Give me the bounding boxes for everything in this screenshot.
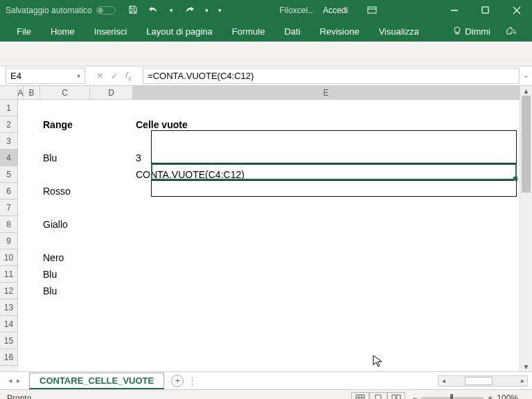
formula-input[interactable]: =CONTA.VUOTE(C4:C12) ⌄	[143, 68, 520, 84]
zoom-level[interactable]: 100%	[497, 393, 518, 400]
minimize-button[interactable]	[438, 0, 470, 21]
normal-view-button[interactable]	[351, 392, 369, 400]
col-head-A[interactable]: A	[18, 86, 24, 100]
maximize-button[interactable]	[470, 0, 501, 21]
cell-C10[interactable]: Nero	[40, 249, 90, 266]
row-head-15[interactable]: 15	[0, 332, 18, 349]
zoom-controls: − + 100%	[405, 393, 525, 400]
col-head-D[interactable]: D	[90, 86, 133, 100]
column-headers: A B C D E	[18, 86, 520, 100]
close-button[interactable]	[501, 0, 532, 21]
cell-C8[interactable]: Giallo	[40, 216, 90, 233]
scroll-down-icon[interactable]: ▼	[520, 362, 532, 371]
svg-rect-3	[356, 395, 364, 400]
signin-link[interactable]: Accedi	[323, 6, 348, 15]
row-head-2[interactable]: 2	[0, 116, 18, 133]
scroll-up-icon[interactable]: ▲	[520, 86, 532, 96]
formula-bar: E4 ▾ ✕ ✓ fx =CONTA.VUOTE(C4:C12) ⌄	[0, 66, 532, 86]
row-head-7[interactable]: 7	[0, 200, 18, 216]
row-head-9[interactable]: 9	[0, 233, 18, 249]
sheet-tab-bar: ◂▸ CONTARE_CELLE_VUOTE + ⋮ ◂ ▸	[0, 371, 532, 389]
row-head-13[interactable]: 13	[0, 299, 18, 316]
tab-dati[interactable]: Dati	[274, 22, 310, 41]
ribbon-display-icon[interactable]	[356, 0, 387, 21]
autosave-toggle[interactable]: Salvataggio automatico	[0, 6, 121, 15]
zoom-in-button[interactable]: +	[488, 393, 493, 400]
tab-home[interactable]: Home	[41, 22, 85, 41]
save-icon[interactable]	[128, 5, 138, 17]
tab-file[interactable]: File	[7, 22, 41, 41]
qat-customize-icon[interactable]: ▾	[218, 7, 222, 14]
sheet-tab[interactable]: CONTARE_CELLE_VUOTE	[29, 373, 164, 389]
document-title: Filoxcel...	[280, 6, 315, 15]
select-all-corner[interactable]	[0, 86, 18, 100]
row-head-8[interactable]: 8	[0, 216, 18, 233]
tell-me[interactable]: Dimmi	[445, 26, 497, 37]
row-head-5[interactable]: 5	[0, 166, 18, 183]
cell-C4[interactable]: Blu	[40, 150, 90, 166]
confirm-icon[interactable]: ✓	[111, 71, 118, 81]
zoom-slider[interactable]	[421, 397, 484, 400]
tab-revisione[interactable]: Revisione	[310, 22, 369, 41]
row-headers: 12345678910111213141516	[0, 100, 18, 371]
ribbon-collapsed-area	[0, 42, 532, 66]
row-head-11[interactable]: 11	[0, 266, 18, 283]
row-head-6[interactable]: 6	[0, 183, 18, 200]
spreadsheet-grid[interactable]: A B C D E 12345678910111213141516 Range …	[0, 86, 520, 371]
svg-rect-0	[368, 7, 376, 13]
title-bar: Salvataggio automatico ▾ ▾ ▾ Filoxcel...…	[0, 0, 532, 21]
cell-C11[interactable]: Blu	[40, 266, 90, 283]
scroll-thumb[interactable]	[522, 96, 531, 193]
tab-inserisci[interactable]: Inserisci	[85, 22, 137, 41]
vertical-scrollbar[interactable]: ▲ ▼	[520, 86, 532, 371]
page-layout-button[interactable]	[369, 392, 387, 400]
scroll-left-icon[interactable]: ◂	[438, 377, 448, 384]
undo-icon[interactable]	[148, 5, 160, 17]
fx-icon[interactable]: fx	[125, 70, 132, 82]
zoom-out-button[interactable]: −	[412, 393, 417, 400]
view-buttons	[351, 392, 405, 400]
cell-C12[interactable]: Blu	[40, 283, 90, 299]
chevron-down-icon[interactable]: ▾	[77, 72, 80, 80]
cells-area[interactable]: Range Celle vuote Blu 3 CONTA.VUOTE(C4:C…	[18, 100, 520, 371]
expand-formula-icon[interactable]: ⌄	[523, 71, 529, 79]
row-head-4[interactable]: 4	[0, 150, 18, 166]
page-break-button[interactable]	[387, 392, 405, 400]
toggle-switch[interactable]	[96, 6, 116, 15]
name-box[interactable]: E4 ▾	[6, 68, 85, 84]
row-head-10[interactable]: 10	[0, 249, 18, 266]
col-head-C[interactable]: C	[40, 86, 90, 100]
tab-formule[interactable]: Formule	[222, 22, 275, 41]
row-head-16[interactable]: 16	[0, 349, 18, 366]
row-head-12[interactable]: 12	[0, 283, 18, 299]
horizontal-scrollbar[interactable]: ◂ ▸	[438, 375, 528, 387]
share-button[interactable]	[497, 26, 525, 37]
cell-C2[interactable]: Range	[40, 116, 90, 133]
scroll-right-icon[interactable]: ▸	[517, 377, 527, 384]
cell-C6[interactable]: Rosso	[40, 183, 90, 200]
hscroll-thumb[interactable]	[465, 377, 493, 385]
lightbulb-icon	[452, 26, 462, 36]
row-head-14[interactable]: 14	[0, 316, 18, 332]
row-head-3[interactable]: 3	[0, 133, 18, 150]
tab-layout[interactable]: Layout di pagina	[136, 22, 222, 41]
grip-icon[interactable]: ⋮	[184, 375, 200, 386]
share-icon	[506, 26, 517, 35]
svg-point-2	[454, 27, 460, 33]
col-head-B[interactable]: B	[24, 86, 40, 100]
cell-E2[interactable]: Celle vuote	[133, 116, 517, 133]
add-sheet-button[interactable]: +	[171, 375, 184, 387]
autosave-label: Salvataggio automatico	[6, 6, 92, 15]
ribbon-tabs: File Home Inserisci Layout di pagina For…	[0, 21, 532, 42]
col-head-E[interactable]: E	[133, 86, 520, 100]
chevron-down-icon[interactable]: ▾	[170, 7, 173, 14]
svg-rect-1	[482, 7, 488, 13]
redo-icon[interactable]	[183, 5, 195, 17]
cancel-icon[interactable]: ✕	[96, 71, 104, 81]
grid-icon	[355, 394, 365, 400]
tab-visualizza[interactable]: Visualizza	[369, 22, 429, 41]
chevron-down-icon[interactable]: ▾	[205, 7, 209, 14]
sheet-nav[interactable]: ◂▸	[0, 376, 29, 385]
svg-rect-4	[375, 395, 381, 400]
row-head-1[interactable]: 1	[0, 100, 18, 116]
